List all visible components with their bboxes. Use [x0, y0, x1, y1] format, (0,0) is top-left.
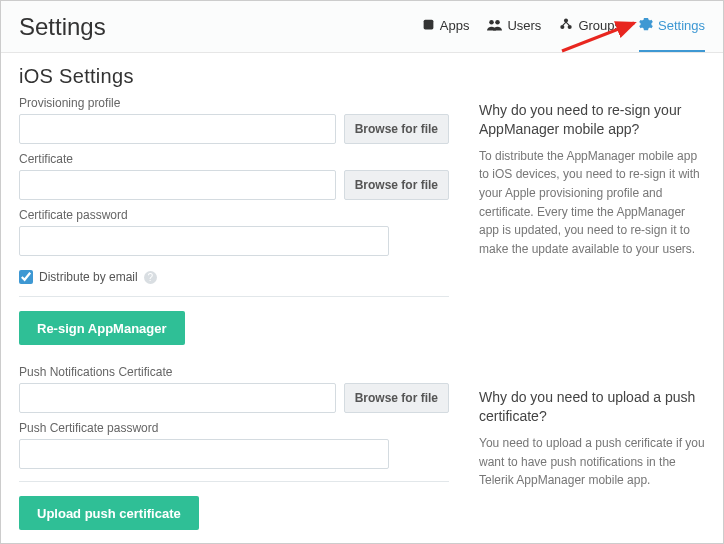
- page-header-title: Settings: [19, 13, 106, 41]
- svg-point-2: [496, 20, 501, 25]
- browse-certificate-button[interactable]: Browse for file: [344, 170, 449, 200]
- gear-icon: [639, 17, 653, 34]
- help-icon[interactable]: ?: [144, 271, 157, 284]
- distribute-email-label: Distribute by email: [39, 270, 138, 284]
- tab-label: Apps: [440, 18, 470, 33]
- certificate-password-label: Certificate password: [19, 208, 449, 222]
- help-resign-text: To distribute the AppManager mobile app …: [479, 147, 705, 259]
- push-certificate-input[interactable]: [19, 383, 336, 413]
- help-push-title: Why do you need to upload a push certifi…: [479, 388, 705, 426]
- divider: [19, 296, 449, 297]
- svg-point-5: [568, 24, 572, 28]
- push-certificate-password-label: Push Certificate password: [19, 421, 449, 435]
- divider: [19, 481, 449, 482]
- svg-point-3: [564, 18, 568, 22]
- tab-label: Settings: [658, 18, 705, 33]
- top-tabs: Apps Users Groups Settings: [422, 1, 705, 52]
- page-title: iOS Settings: [19, 65, 449, 88]
- certificate-input[interactable]: [19, 170, 336, 200]
- help-push-text: You need to upload a push cerificate if …: [479, 434, 705, 490]
- push-certificate-password-input[interactable]: [19, 439, 389, 469]
- push-certificate-label: Push Notifications Certificate: [19, 365, 449, 379]
- svg-point-1: [490, 20, 495, 25]
- provisioning-profile-label: Provisioning profile: [19, 96, 449, 110]
- browse-provisioning-button[interactable]: Browse for file: [344, 114, 449, 144]
- certificate-password-input[interactable]: [19, 226, 389, 256]
- tab-settings[interactable]: Settings: [639, 1, 705, 52]
- svg-point-4: [561, 24, 565, 28]
- resign-appmanager-button[interactable]: Re-sign AppManager: [19, 311, 185, 345]
- distribute-email-checkbox[interactable]: [19, 270, 33, 284]
- apps-icon: [422, 18, 435, 34]
- tab-users[interactable]: Users: [487, 1, 541, 52]
- help-resign-title: Why do you need to re-sign your AppManag…: [479, 101, 705, 139]
- upload-push-certificate-button[interactable]: Upload push certificate: [19, 496, 199, 530]
- tab-label: Groups: [578, 18, 621, 33]
- tab-groups[interactable]: Groups: [559, 1, 621, 52]
- certificate-label: Certificate: [19, 152, 449, 166]
- tab-apps[interactable]: Apps: [422, 1, 470, 52]
- users-icon: [487, 18, 502, 34]
- tab-label: Users: [507, 18, 541, 33]
- svg-rect-0: [423, 19, 433, 29]
- browse-push-certificate-button[interactable]: Browse for file: [344, 383, 449, 413]
- provisioning-profile-input[interactable]: [19, 114, 336, 144]
- groups-icon: [559, 18, 573, 34]
